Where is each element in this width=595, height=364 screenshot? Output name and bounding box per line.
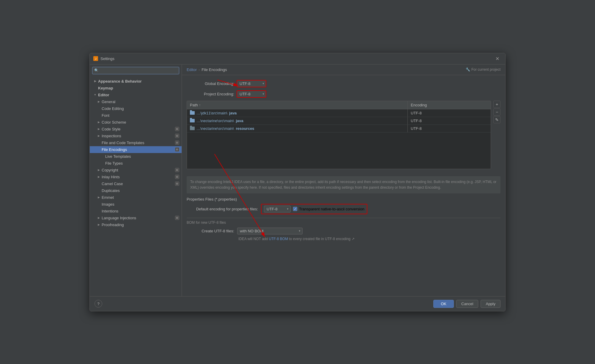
sidebar-item-label: Intentions <box>102 209 118 213</box>
sidebar-item-keymap[interactable]: Keymap <box>90 85 182 92</box>
badge-icon: ⊞ <box>175 134 179 138</box>
global-encoding-select-wrap: UTF-8 UTF-16 ISO-8859-1 <box>237 80 266 87</box>
close-button[interactable]: ✕ <box>493 55 502 63</box>
cancel-button[interactable]: Cancel <box>456 300 478 308</box>
sidebar-item-label: File Encodings <box>102 147 127 152</box>
info-text: To change encoding IntelliJ IDEA uses fo… <box>187 176 500 193</box>
sidebar-item-general[interactable]: General <box>90 98 182 105</box>
table-row[interactable]: …\jdk11\src\main\java UTF-8 <box>187 109 491 117</box>
path-table-area: Path ↑ Encoding <box>187 101 500 173</box>
search-icon: 🔍 <box>94 68 99 73</box>
sidebar-item-label: Emmet <box>102 195 114 200</box>
sidebar-item-code-style[interactable]: Code Style ⊞ <box>90 126 182 133</box>
bom-select[interactable]: with NO BOM with BOM <box>237 228 303 234</box>
project-encoding-row: Project Encoding: UTF-8 UTF-16 ISO-8859-… <box>187 90 500 98</box>
breadcrumb-parent[interactable]: Editor <box>187 67 197 72</box>
sidebar-item-label: Code Style <box>102 127 121 131</box>
search-input[interactable] <box>92 67 179 74</box>
for-current-project: 🔧 For current project <box>466 67 500 72</box>
ok-button[interactable]: OK <box>433 300 454 308</box>
badge-icon: ⊞ <box>175 141 179 145</box>
sidebar-item-appearance[interactable]: Appearance & Behavior <box>90 78 182 85</box>
breadcrumb-separator: › <box>199 67 200 72</box>
sidebar-item-label: Color Scheme <box>102 120 126 125</box>
table-action-buttons: + − ✎ <box>493 101 500 123</box>
transparent-label: Transparent native-to-ascii conversion <box>299 207 364 211</box>
collapse-arrow <box>97 127 100 131</box>
td-path: …\nectarine\src\main\java <box>187 117 407 125</box>
sidebar-item-duplicates[interactable]: Duplicates <box>90 187 182 194</box>
sidebar-item-file-and-code-templates[interactable]: File and Code Templates ⊞ <box>90 139 182 146</box>
project-encoding-select[interactable]: UTF-8 UTF-16 ISO-8859-1 <box>237 90 266 98</box>
collapse-arrow <box>97 134 100 138</box>
collapse-arrow <box>97 223 100 226</box>
sidebar-item-editor[interactable]: Editor <box>90 92 182 98</box>
project-encoding-select-wrap: UTF-8 UTF-16 ISO-8859-1 <box>237 90 266 98</box>
sidebar-tree: Appearance & Behavior Keymap Editor Gene… <box>90 77 182 296</box>
collapse-arrow <box>97 175 100 179</box>
breadcrumb-current: File Encodings <box>202 67 227 72</box>
svg-text:J: J <box>95 57 97 60</box>
sidebar-item-live-templates[interactable]: Live Templates <box>90 153 182 160</box>
badge-icon: ⊞ <box>175 168 179 172</box>
collapse-arrow <box>97 120 100 124</box>
sidebar-item-copyright[interactable]: Copyright ⊞ <box>90 167 182 174</box>
sidebar-item-label: Images <box>102 202 114 207</box>
sidebar-item-inlay-hints[interactable]: Inlay Hints ⊞ <box>90 174 182 180</box>
app-icon: J <box>93 56 98 61</box>
sidebar-item-font[interactable]: Font <box>90 112 182 119</box>
help-button[interactable]: ? <box>95 300 102 308</box>
edit-button[interactable]: ✎ <box>493 116 500 123</box>
sidebar-item-label: Keymap <box>98 86 113 90</box>
bottom-bar: ? OK Cancel Apply <box>90 296 505 311</box>
sidebar-item-color-scheme[interactable]: Color Scheme <box>90 119 182 126</box>
global-encoding-select[interactable]: UTF-8 UTF-16 ISO-8859-1 <box>237 80 266 87</box>
transparent-checkbox[interactable] <box>293 207 297 211</box>
props-encoding-select-wrap: UTF-8 UTF-16 <box>264 206 291 212</box>
badge-icon: ⊞ <box>175 175 179 179</box>
sidebar-item-file-encodings[interactable]: File Encodings ⊞ <box>90 146 182 153</box>
sidebar-item-emmet[interactable]: Emmet <box>90 194 182 201</box>
sidebar-item-code-editing[interactable]: Code Editing <box>90 105 182 112</box>
dialog-title: Settings <box>100 56 493 61</box>
sidebar-item-inspections[interactable]: Inspections ⊞ <box>90 133 182 139</box>
sidebar-item-label: Live Templates <box>105 154 131 159</box>
collapse-arrow <box>97 168 100 172</box>
remove-button[interactable]: − <box>493 108 500 116</box>
add-button[interactable]: + <box>493 101 500 108</box>
col-encoding[interactable]: Encoding <box>407 101 491 109</box>
collapse-arrow <box>93 93 97 97</box>
bom-info: IDEA will NOT add UTF-8 BOM to every cre… <box>238 237 500 241</box>
badge-icon: ⊞ <box>175 216 179 220</box>
settings-dialog: J Settings ✕ 🔍 Appearance & Behavior Key <box>89 53 506 311</box>
bottom-actions: OK Cancel Apply <box>433 300 500 308</box>
td-encoding: UTF-8 <box>407 125 491 132</box>
properties-highlight-box: UTF-8 UTF-16 Transparent native-to-ascii… <box>261 204 367 214</box>
sidebar: 🔍 Appearance & Behavior Keymap Editor <box>90 64 182 296</box>
sidebar-item-intentions[interactable]: Intentions <box>90 208 182 215</box>
apply-button[interactable]: Apply <box>481 300 500 308</box>
properties-section-title: Properties Files (*.properties) <box>187 197 500 201</box>
table-row[interactable]: …\nectarine\src\main\resources UTF-8 <box>187 125 491 133</box>
col-path[interactable]: Path ↑ <box>187 101 407 109</box>
td-encoding: UTF-8 <box>407 109 491 117</box>
sidebar-item-label: Duplicates <box>102 188 120 193</box>
props-encoding-select[interactable]: UTF-8 UTF-16 <box>264 206 291 212</box>
collapse-arrow <box>97 196 100 199</box>
sidebar-item-label: Copyright <box>102 168 118 172</box>
sidebar-item-label: Proofreading <box>102 223 124 227</box>
sidebar-item-file-types[interactable]: File Types <box>90 160 182 167</box>
sidebar-item-language-injections[interactable]: Language Injections ⊞ <box>90 215 182 221</box>
sidebar-item-images[interactable]: Images <box>90 201 182 208</box>
bom-link[interactable]: UTF-8 BOM <box>269 237 289 241</box>
table-row[interactable]: …\nectarine\src\main\java UTF-8 <box>187 117 491 125</box>
sidebar-item-label: Appearance & Behavior <box>98 79 142 83</box>
badge-icon: ⊞ <box>175 147 179 152</box>
sidebar-item-camel-case[interactable]: Camel Case ⊞ <box>90 180 182 187</box>
folder-icon <box>190 119 195 122</box>
bom-row: Create UTF-8 files: with NO BOM with BOM <box>187 228 500 234</box>
global-encoding-row: Global Encoding: UTF-8 UTF-16 ISO-8859-1 <box>187 80 500 87</box>
td-path: …\nectarine\src\main\resources <box>187 125 407 132</box>
sort-icon: ↑ <box>199 103 201 107</box>
sidebar-item-proofreading[interactable]: Proofreading <box>90 221 182 228</box>
